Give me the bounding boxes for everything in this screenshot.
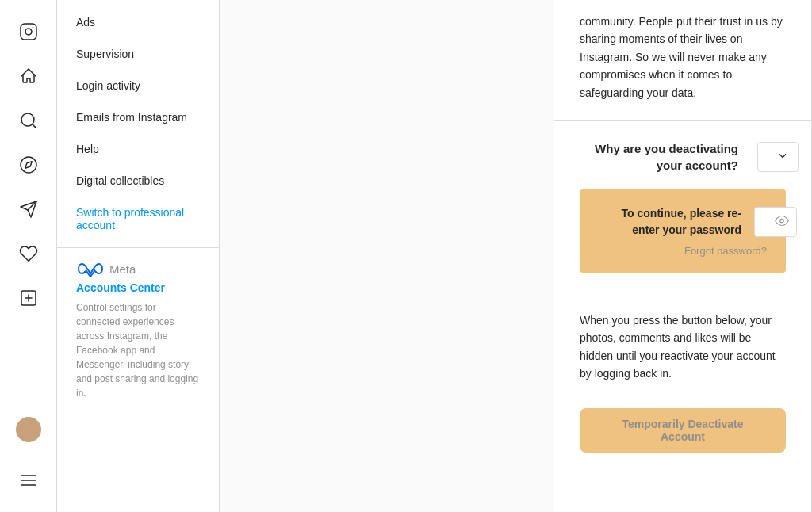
create-icon[interactable] <box>10 279 48 317</box>
why-row: Why are you deactivating your account? S… <box>580 140 786 174</box>
meta-section: Meta Accounts Center Control settings fo… <box>57 247 219 413</box>
svg-line-4 <box>32 124 35 128</box>
deactivate-button[interactable]: Temporarily Deactivate Account <box>580 408 786 453</box>
reason-select[interactable]: Select <box>757 142 799 172</box>
home-icon[interactable] <box>10 57 48 95</box>
send-icon[interactable] <box>10 190 48 228</box>
eye-icon[interactable] <box>775 213 789 230</box>
accounts-center-title[interactable]: Accounts Center <box>76 281 200 294</box>
svg-rect-0 <box>21 24 36 40</box>
icon-bar <box>0 0 57 512</box>
why-label: Why are you deactivating your account? <box>580 140 738 174</box>
password-label: To continue, please re-enter your passwo… <box>599 205 741 239</box>
main-content: community. People put their trust in us … <box>554 0 812 512</box>
meta-logo-text: Meta <box>109 262 136 276</box>
meta-logo: Meta <box>76 261 200 277</box>
accounts-center-desc: Control settings for connected experienc… <box>76 300 200 400</box>
forgot-password-link[interactable]: Forgot password? <box>599 245 767 257</box>
svg-marker-6 <box>25 162 31 168</box>
sidebar-nav: Ads Supervision Login activity Emails fr… <box>57 0 219 247</box>
sidebar-item-login-activity[interactable]: Login activity <box>57 70 219 101</box>
password-input-wrap <box>754 207 797 237</box>
intro-text: community. People put their trust in us … <box>554 0 811 121</box>
deactivate-section: Why are you deactivating your account? S… <box>554 121 811 292</box>
select-wrapper: Select <box>757 142 799 172</box>
explore-icon[interactable] <box>10 146 48 184</box>
svg-point-15 <box>780 219 784 223</box>
password-row: To continue, please re-enter your passwo… <box>599 205 767 239</box>
sidebar-item-ads[interactable]: Ads <box>57 6 219 38</box>
sidebar-item-digital-collectibles[interactable]: Digital collectibles <box>57 165 219 197</box>
sidebar-item-emails[interactable]: Emails from Instagram <box>57 101 219 133</box>
sidebar: Ads Supervision Login activity Emails fr… <box>57 0 220 512</box>
deactivate-btn-wrap: Temporarily Deactivate Account <box>554 402 811 472</box>
svg-point-2 <box>32 27 33 29</box>
sidebar-item-help[interactable]: Help <box>57 133 219 165</box>
meta-logo-icon <box>76 261 105 277</box>
sidebar-item-supervision[interactable]: Supervision <box>57 38 219 70</box>
profile-icon[interactable] <box>10 411 48 449</box>
search-icon[interactable] <box>10 101 48 139</box>
svg-point-5 <box>21 157 36 173</box>
heart-icon[interactable] <box>10 235 48 273</box>
sidebar-item-switch-professional[interactable]: Switch to professional account <box>57 197 219 241</box>
instagram-logo-icon[interactable] <box>10 13 48 51</box>
avatar <box>16 417 41 442</box>
notice-text: When you press the button below, your ph… <box>554 292 811 402</box>
menu-icon[interactable] <box>10 461 48 499</box>
svg-point-1 <box>25 29 32 35</box>
password-section: To continue, please re-enter your passwo… <box>580 189 786 273</box>
